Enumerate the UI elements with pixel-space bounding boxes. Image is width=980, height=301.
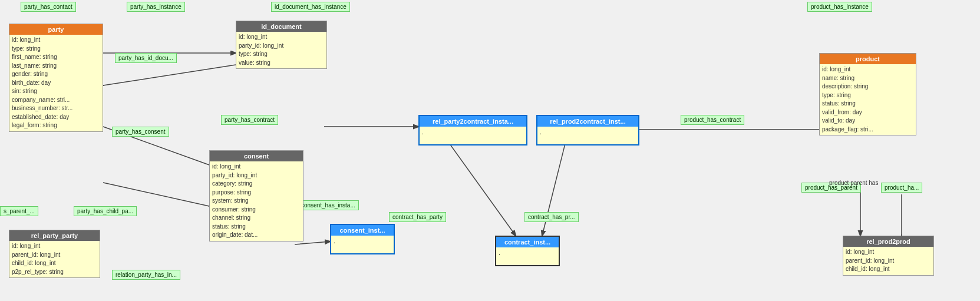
entity-consent-inst[interactable]: consent_inst... . [330, 224, 395, 254]
label-contract-has-party: contract_has_party [389, 212, 446, 222]
entity-rel-prod2contract-inst-header: rel_prod2contract_inst... [537, 116, 638, 127]
entity-party-header: party [9, 24, 103, 35]
entity-consent-inst-body: . [331, 236, 394, 253]
label-s-parent: s_parent_... [0, 206, 38, 216]
arrows-layer [0, 0, 980, 301]
entity-rel-party-party-header: rel_party_party [9, 230, 100, 241]
entity-contract-inst[interactable]: contract_inst... . [495, 236, 560, 266]
entity-contract-inst-header: contract_inst... [496, 237, 559, 247]
entity-rel-prod2prod-header: rel_prod2prod [843, 236, 933, 247]
svg-line-3 [103, 65, 236, 85]
entity-consent-inst-header: consent_inst... [331, 225, 394, 236]
label-product-ha: product_ha... [881, 183, 922, 193]
entity-party[interactable]: party id: long_int type: string first_na… [9, 24, 103, 132]
entity-rel-prod2prod-body: id: long_int parent_id: long_int child_i… [843, 247, 933, 275]
label-product-has-contract: product_has_contract [681, 115, 744, 125]
entity-id-document-header: id_document [236, 21, 326, 32]
label-relation-party-has-in: relation_party_has_in... [112, 270, 180, 280]
label-product-has-instance: product_has_instance [807, 2, 872, 12]
label-party-has-contract: party_has_contract [221, 115, 278, 125]
entity-consent-body: id: long_int party_id: long_int category… [210, 161, 303, 241]
label-party-has-consent: party_has_consent [112, 127, 169, 137]
entity-rel-party-party[interactable]: rel_party_party id: long_int parent_id: … [9, 230, 100, 278]
entity-party-body: id: long_int type: string first_name: st… [9, 35, 103, 131]
label-party-has-instance: party_has_instance [127, 2, 185, 12]
svg-line-4 [448, 141, 516, 236]
entity-rel-party2contract-inst-header: rel_party2contract_insta... [420, 116, 526, 127]
entity-product-body: id: long_int name: string description: s… [820, 64, 916, 135]
label-party-has-id-docu: party_has_id_docu... [115, 53, 177, 63]
entity-id-document-body: id: long_int party_id: long_int type: st… [236, 32, 326, 68]
entity-rel-prod2prod[interactable]: rel_prod2prod id: long_int parent_id: lo… [843, 236, 934, 276]
label-party-has-child-pa: party_has_child_pa... [74, 206, 137, 216]
entity-rel-party2contract-inst-body: . [420, 127, 526, 144]
entity-contract-inst-body: . [496, 247, 559, 265]
entity-product[interactable]: product id: long_int name: string descri… [819, 53, 916, 135]
entity-product-header: product [820, 54, 916, 64]
entity-rel-prod2contract-inst[interactable]: rel_prod2contract_inst... . [536, 115, 639, 145]
product-parent-has-label: product parent has [829, 180, 878, 186]
svg-line-6 [295, 242, 330, 244]
label-id-document-has-instance: id_document_has_instance [271, 2, 350, 12]
svg-line-1 [103, 183, 209, 206]
entity-consent[interactable]: consent id: long_int party_id: long_int … [209, 150, 303, 242]
label-contract-has-pr: contract_has_pr... [524, 212, 579, 222]
entity-rel-party-party-body: id: long_int parent_id: long_int child_i… [9, 241, 100, 277]
entity-rel-prod2contract-inst-body: . [537, 127, 638, 144]
entity-rel-party2contract-inst[interactable]: rel_party2contract_insta... . [418, 115, 527, 145]
entity-consent-header: consent [210, 151, 303, 161]
entity-id-document[interactable]: id_document id: long_int party_id: long_… [236, 21, 327, 69]
label-party-has-contact: party_has_contact [21, 2, 76, 12]
label-consent-has-insta: consent_has_insta... [298, 200, 359, 210]
